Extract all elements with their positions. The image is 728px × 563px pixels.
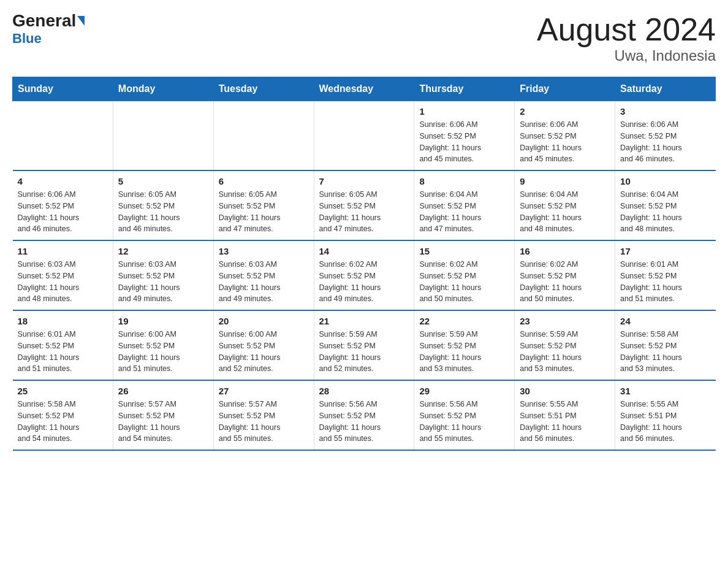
header-monday: Monday xyxy=(113,77,213,101)
day-cell-3-4: 22Sunrise: 5:59 AM Sunset: 5:52 PM Dayli… xyxy=(414,310,515,380)
day-info: Sunrise: 6:00 AM Sunset: 5:52 PM Dayligh… xyxy=(219,329,309,375)
day-info: Sunrise: 6:02 AM Sunset: 5:52 PM Dayligh… xyxy=(419,259,509,305)
day-info: Sunrise: 6:02 AM Sunset: 5:52 PM Dayligh… xyxy=(319,259,409,305)
day-cell-0-1 xyxy=(113,101,213,171)
header-thursday: Thursday xyxy=(414,77,515,101)
day-info: Sunrise: 6:05 AM Sunset: 5:52 PM Dayligh… xyxy=(319,189,409,235)
week-row-5: 25Sunrise: 5:58 AM Sunset: 5:52 PM Dayli… xyxy=(13,380,716,450)
calendar-title: August 2024 xyxy=(537,12,716,47)
day-number: 9 xyxy=(520,176,610,186)
day-cell-1-6: 10Sunrise: 6:04 AM Sunset: 5:52 PM Dayli… xyxy=(615,170,716,240)
day-info: Sunrise: 5:55 AM Sunset: 5:51 PM Dayligh… xyxy=(620,399,710,445)
day-number: 1 xyxy=(419,106,509,117)
header-wednesday: Wednesday xyxy=(314,77,414,101)
day-cell-3-1: 19Sunrise: 6:00 AM Sunset: 5:52 PM Dayli… xyxy=(113,310,213,380)
day-info: Sunrise: 5:57 AM Sunset: 5:52 PM Dayligh… xyxy=(118,399,208,445)
day-info: Sunrise: 5:58 AM Sunset: 5:52 PM Dayligh… xyxy=(620,329,710,375)
page-header: General Blue August 2024 Uwa, Indonesia xyxy=(12,12,716,64)
day-number: 21 xyxy=(319,316,409,326)
day-number: 19 xyxy=(118,316,208,326)
day-number: 11 xyxy=(18,246,108,256)
header-saturday: Saturday xyxy=(615,77,716,101)
calendar-header-row: SundayMondayTuesdayWednesdayThursdayFrid… xyxy=(13,77,716,101)
day-cell-2-6: 17Sunrise: 6:01 AM Sunset: 5:52 PM Dayli… xyxy=(615,240,716,310)
day-number: 30 xyxy=(520,386,610,396)
day-info: Sunrise: 6:04 AM Sunset: 5:52 PM Dayligh… xyxy=(520,189,610,235)
day-cell-0-2 xyxy=(213,101,314,171)
day-info: Sunrise: 6:00 AM Sunset: 5:52 PM Dayligh… xyxy=(118,329,208,375)
day-number: 5 xyxy=(118,176,208,186)
week-row-3: 11Sunrise: 6:03 AM Sunset: 5:52 PM Dayli… xyxy=(13,240,716,310)
day-info: Sunrise: 5:59 AM Sunset: 5:52 PM Dayligh… xyxy=(520,329,610,375)
day-cell-4-5: 30Sunrise: 5:55 AM Sunset: 5:51 PM Dayli… xyxy=(515,380,615,450)
day-number: 2 xyxy=(520,106,610,117)
day-cell-3-3: 21Sunrise: 5:59 AM Sunset: 5:52 PM Dayli… xyxy=(314,310,414,380)
day-number: 6 xyxy=(219,176,309,186)
day-info: Sunrise: 5:55 AM Sunset: 5:51 PM Dayligh… xyxy=(520,399,610,445)
day-number: 24 xyxy=(620,316,710,326)
day-cell-0-0 xyxy=(13,101,113,171)
day-number: 29 xyxy=(419,386,509,396)
day-info: Sunrise: 6:01 AM Sunset: 5:52 PM Dayligh… xyxy=(18,329,108,375)
day-number: 8 xyxy=(419,176,509,186)
day-info: Sunrise: 6:05 AM Sunset: 5:52 PM Dayligh… xyxy=(118,189,208,235)
day-number: 22 xyxy=(419,316,509,326)
day-cell-0-5: 2Sunrise: 6:06 AM Sunset: 5:52 PM Daylig… xyxy=(515,101,615,171)
day-cell-4-1: 26Sunrise: 5:57 AM Sunset: 5:52 PM Dayli… xyxy=(113,380,213,450)
day-info: Sunrise: 5:58 AM Sunset: 5:52 PM Dayligh… xyxy=(18,399,108,445)
header-tuesday: Tuesday xyxy=(213,77,314,101)
day-cell-3-5: 23Sunrise: 5:59 AM Sunset: 5:52 PM Dayli… xyxy=(515,310,615,380)
week-row-1: 1Sunrise: 6:06 AM Sunset: 5:52 PM Daylig… xyxy=(13,101,716,171)
week-row-2: 4Sunrise: 6:06 AM Sunset: 5:52 PM Daylig… xyxy=(13,170,716,240)
day-number: 15 xyxy=(419,246,509,256)
logo-general: General xyxy=(12,12,76,29)
day-number: 18 xyxy=(18,316,108,326)
day-info: Sunrise: 5:56 AM Sunset: 5:52 PM Dayligh… xyxy=(419,399,509,445)
day-info: Sunrise: 5:56 AM Sunset: 5:52 PM Dayligh… xyxy=(319,399,409,445)
week-row-4: 18Sunrise: 6:01 AM Sunset: 5:52 PM Dayli… xyxy=(13,310,716,380)
day-info: Sunrise: 6:06 AM Sunset: 5:52 PM Dayligh… xyxy=(620,119,710,165)
day-cell-2-5: 16Sunrise: 6:02 AM Sunset: 5:52 PM Dayli… xyxy=(515,240,615,310)
day-info: Sunrise: 6:06 AM Sunset: 5:52 PM Dayligh… xyxy=(520,119,610,165)
day-cell-0-4: 1Sunrise: 6:06 AM Sunset: 5:52 PM Daylig… xyxy=(414,101,515,171)
day-info: Sunrise: 6:03 AM Sunset: 5:52 PM Dayligh… xyxy=(219,259,309,305)
day-number: 4 xyxy=(18,176,108,186)
day-number: 10 xyxy=(620,176,710,186)
day-cell-4-2: 27Sunrise: 5:57 AM Sunset: 5:52 PM Dayli… xyxy=(213,380,314,450)
header-friday: Friday xyxy=(515,77,615,101)
day-cell-2-4: 15Sunrise: 6:02 AM Sunset: 5:52 PM Dayli… xyxy=(414,240,515,310)
day-number: 25 xyxy=(18,386,108,396)
day-cell-1-3: 7Sunrise: 6:05 AM Sunset: 5:52 PM Daylig… xyxy=(314,170,414,240)
day-number: 14 xyxy=(319,246,409,256)
day-number: 26 xyxy=(118,386,208,396)
day-number: 31 xyxy=(620,386,710,396)
day-number: 13 xyxy=(219,246,309,256)
day-info: Sunrise: 6:03 AM Sunset: 5:52 PM Dayligh… xyxy=(118,259,208,305)
logo-triangle-icon xyxy=(77,16,85,26)
logo-blue-text: Blue xyxy=(12,31,42,47)
day-info: Sunrise: 6:06 AM Sunset: 5:52 PM Dayligh… xyxy=(419,119,509,165)
day-cell-4-4: 29Sunrise: 5:56 AM Sunset: 5:52 PM Dayli… xyxy=(414,380,515,450)
day-cell-4-6: 31Sunrise: 5:55 AM Sunset: 5:51 PM Dayli… xyxy=(615,380,716,450)
calendar-title-block: August 2024 Uwa, Indonesia xyxy=(537,12,716,64)
calendar-subtitle: Uwa, Indonesia xyxy=(537,47,716,64)
day-cell-1-5: 9Sunrise: 6:04 AM Sunset: 5:52 PM Daylig… xyxy=(515,170,615,240)
day-info: Sunrise: 5:57 AM Sunset: 5:52 PM Dayligh… xyxy=(219,399,309,445)
day-cell-3-0: 18Sunrise: 6:01 AM Sunset: 5:52 PM Dayli… xyxy=(13,310,113,380)
day-cell-2-1: 12Sunrise: 6:03 AM Sunset: 5:52 PM Dayli… xyxy=(113,240,213,310)
logo: General Blue xyxy=(12,12,85,47)
day-cell-0-3 xyxy=(314,101,414,171)
day-number: 17 xyxy=(620,246,710,256)
day-info: Sunrise: 6:01 AM Sunset: 5:52 PM Dayligh… xyxy=(620,259,710,305)
day-info: Sunrise: 6:02 AM Sunset: 5:52 PM Dayligh… xyxy=(520,259,610,305)
day-info: Sunrise: 5:59 AM Sunset: 5:52 PM Dayligh… xyxy=(419,329,509,375)
day-info: Sunrise: 6:04 AM Sunset: 5:52 PM Dayligh… xyxy=(419,189,509,235)
header-sunday: Sunday xyxy=(13,77,113,101)
day-info: Sunrise: 6:06 AM Sunset: 5:52 PM Dayligh… xyxy=(18,189,108,235)
day-info: Sunrise: 5:59 AM Sunset: 5:52 PM Dayligh… xyxy=(319,329,409,375)
day-cell-2-3: 14Sunrise: 6:02 AM Sunset: 5:52 PM Dayli… xyxy=(314,240,414,310)
day-cell-0-6: 3Sunrise: 6:06 AM Sunset: 5:52 PM Daylig… xyxy=(615,101,716,171)
day-cell-4-0: 25Sunrise: 5:58 AM Sunset: 5:52 PM Dayli… xyxy=(13,380,113,450)
day-cell-3-6: 24Sunrise: 5:58 AM Sunset: 5:52 PM Dayli… xyxy=(615,310,716,380)
day-number: 23 xyxy=(520,316,610,326)
